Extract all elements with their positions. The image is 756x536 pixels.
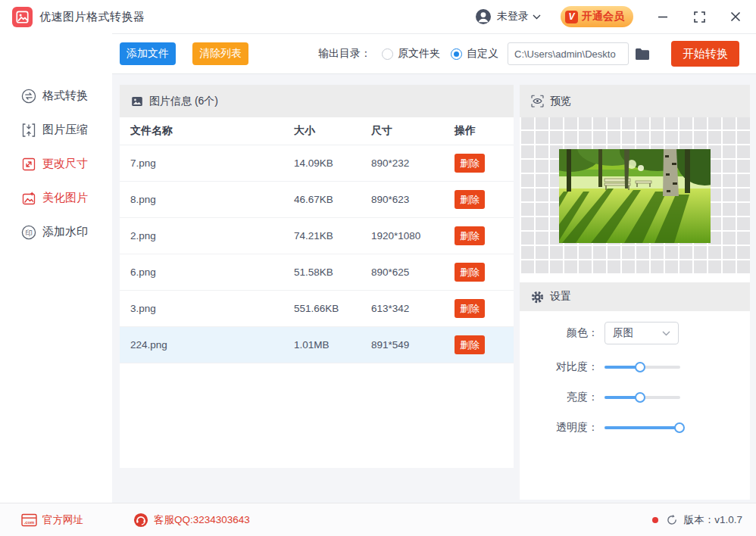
settings-header: 设置 (520, 282, 750, 311)
column-header-size: 大小 (294, 124, 371, 138)
radio-original-folder[interactable]: 原文件夹 (382, 47, 440, 61)
slider-row: 透明度： (520, 420, 750, 435)
color-dropdown[interactable]: 原图 (604, 322, 679, 344)
qq-support-link[interactable]: 客服QQ:3234303643 (133, 513, 250, 528)
login-status-label: 未登录 (497, 10, 529, 23)
table-row[interactable]: 224.png 1.01MB 891*549 删除 (120, 327, 514, 363)
file-dims: 891*549 (371, 339, 455, 351)
table-row[interactable]: 8.png 46.67KB 890*623 删除 (120, 182, 514, 218)
slider-control[interactable] (604, 391, 680, 404)
app-logo-icon (12, 7, 33, 27)
right-panel: 预览 (520, 85, 750, 500)
sidebar-item-resize[interactable]: 更改尺寸 (0, 147, 112, 181)
file-name: 224.png (130, 339, 294, 351)
delete-button[interactable]: 删除 (455, 263, 485, 282)
panel-gap (520, 275, 750, 282)
gear-icon (531, 291, 544, 304)
sidebar-item-beautify[interactable]: 美化图片 (0, 181, 112, 215)
slider-control[interactable] (604, 361, 680, 373)
website-com-icon: .com (21, 513, 37, 527)
file-panel-title: 图片信息 (6个) (149, 95, 218, 108)
output-path-input[interactable] (508, 42, 629, 65)
file-dims: 1920*1080 (371, 230, 455, 242)
check-update-button[interactable] (666, 514, 678, 526)
file-panel-header: 图片信息 (6个) (120, 85, 514, 117)
column-header-dims: 尺寸 (371, 124, 455, 138)
delete-button[interactable]: 删除 (455, 190, 485, 209)
sidebar: 格式转换 图片压缩 更改尺寸 美化图片 印 添加水印 (0, 33, 112, 503)
open-vip-button[interactable]: V 开通会员 (561, 6, 633, 27)
sidebar-item-format-convert[interactable]: 格式转换 (0, 79, 112, 113)
file-size: 1.01MB (294, 339, 371, 351)
delete-button[interactable]: 删除 (455, 154, 485, 173)
official-website-link[interactable]: .com 官方网址 (21, 513, 83, 527)
qq-support-label: 客服QQ:3234303643 (154, 513, 250, 527)
sliders-container: 对比度： 亮度： 透明度： (520, 360, 750, 435)
account-menu[interactable]: 未登录 (475, 8, 541, 25)
slider-row: 亮度： (520, 390, 750, 405)
table-row[interactable]: 7.png 14.09KB 890*232 删除 (120, 145, 514, 182)
chevron-down-icon (662, 331, 670, 336)
file-table-body: 7.png 14.09KB 890*232 删除 8.png 46.67KB 8… (120, 145, 514, 363)
beautify-icon (20, 190, 36, 206)
minimize-button[interactable] (656, 10, 670, 23)
delete-button[interactable]: 删除 (455, 335, 485, 354)
browse-folder-button[interactable] (635, 46, 651, 61)
watermark-icon: 印 (20, 224, 36, 240)
slider-handle[interactable] (674, 422, 685, 433)
maximize-button[interactable] (692, 10, 706, 23)
sidebar-item-watermark[interactable]: 印 添加水印 (0, 215, 112, 249)
vip-badge-icon: V (565, 11, 578, 23)
transparency-checkerboard (520, 117, 750, 275)
slider-control[interactable] (604, 422, 680, 434)
sidebar-item-compress[interactable]: 图片压缩 (0, 113, 112, 147)
slider-row: 对比度： (520, 360, 750, 375)
radio-custom-folder[interactable]: 自定义 (451, 47, 498, 61)
slider-handle[interactable] (635, 392, 645, 403)
sidebar-item-label: 添加水印 (42, 225, 88, 239)
app-window: 优速图片格式转换器 未登录 V 开通会员 (0, 0, 756, 536)
app-title: 优速图片格式转换器 (39, 10, 145, 24)
preview-title: 预览 (550, 95, 571, 108)
radio-original-label: 原文件夹 (398, 47, 440, 61)
svg-text:印: 印 (25, 228, 33, 236)
column-header-ops: 操作 (455, 124, 503, 138)
file-size: 74.21KB (294, 230, 371, 242)
clear-list-button[interactable]: 清除列表 (192, 42, 248, 65)
delete-button[interactable]: 删除 (455, 299, 485, 318)
file-name: 6.png (130, 266, 294, 278)
slider-fill (604, 426, 680, 429)
status-dot (652, 517, 658, 523)
file-panel: 图片信息 (6个) 文件名称 大小 尺寸 操作 7.png 14.09KB 89… (120, 85, 514, 468)
version-label: 版本：v1.0.7 (684, 513, 742, 527)
chevron-down-icon (533, 14, 541, 20)
refresh-icon (666, 514, 678, 526)
output-dir-label: 输出目录： (318, 47, 371, 61)
file-size: 551.66KB (294, 303, 371, 314)
file-name: 8.png (130, 194, 294, 205)
column-header-name: 文件名称 (130, 124, 294, 138)
table-row[interactable]: 3.png 551.66KB 613*342 删除 (120, 291, 514, 327)
preview-eye-icon (531, 95, 544, 108)
preview-header: 预览 (520, 85, 750, 117)
file-name: 3.png (130, 303, 294, 314)
table-row[interactable]: 6.png 51.58KB 890*625 删除 (120, 254, 514, 291)
settings-body: 颜色： 原图 对比度： 亮度： 透明度： (520, 311, 750, 435)
vip-label: 开通会员 (582, 10, 624, 23)
compress-icon (20, 122, 36, 138)
color-setting-row: 颜色： 原图 (520, 322, 750, 344)
official-website-label: 官方网址 (42, 513, 83, 527)
content-area: 图片信息 (6个) 文件名称 大小 尺寸 操作 7.png 14.09KB 89… (112, 74, 756, 503)
sidebar-item-label: 格式转换 (42, 89, 88, 103)
radio-circle-icon (451, 48, 462, 60)
settings-title: 设置 (550, 290, 571, 304)
delete-button[interactable]: 删除 (455, 226, 485, 245)
slider-handle[interactable] (635, 362, 645, 372)
color-label: 颜色： (520, 326, 598, 340)
sidebar-item-label: 美化图片 (42, 191, 88, 205)
titlebar: 优速图片格式转换器 未登录 V 开通会员 (0, 0, 756, 33)
table-row[interactable]: 2.png 74.21KB 1920*1080 删除 (120, 218, 514, 254)
add-files-button[interactable]: 添加文件 (120, 42, 176, 65)
close-button[interactable] (729, 10, 742, 23)
start-convert-button[interactable]: 开始转换 (671, 41, 739, 67)
